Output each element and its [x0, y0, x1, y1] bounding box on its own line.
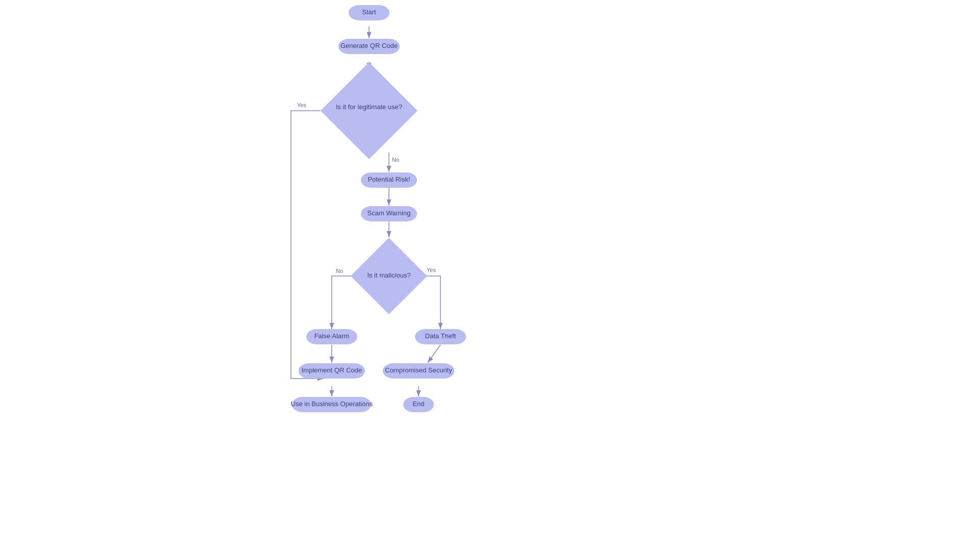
use-in-business-label: Use in Business Operations: [291, 400, 373, 408]
malicious-label: Is it malicious?: [367, 271, 410, 279]
svg-line-6: [428, 345, 440, 363]
generate-qr-label: Generate QR Code: [340, 42, 398, 49]
implement-qr-label: Implement QR Code: [302, 366, 362, 374]
legitimate-use-label: Is it for legitimate use?: [336, 103, 402, 111]
yes-label-2: Yes: [427, 267, 436, 273]
compromised-security-label: Compromised Security: [385, 366, 452, 374]
data-theft-label: Data Theft: [425, 332, 456, 340]
false-alarm-label: False Alarm: [314, 332, 350, 340]
yes-label-1: Yes: [297, 102, 306, 108]
start-label: Start: [362, 8, 376, 16]
potential-risk-label: Potential Risk!: [368, 176, 410, 183]
no-label-1: No: [392, 157, 399, 163]
flowchart-container: No Yes No Yes Start Generate QR Code: [0, 0, 980, 551]
no-label-2: No: [336, 268, 343, 274]
end-label: End: [412, 400, 424, 408]
scam-warning-label: Scam Warning: [368, 209, 411, 217]
